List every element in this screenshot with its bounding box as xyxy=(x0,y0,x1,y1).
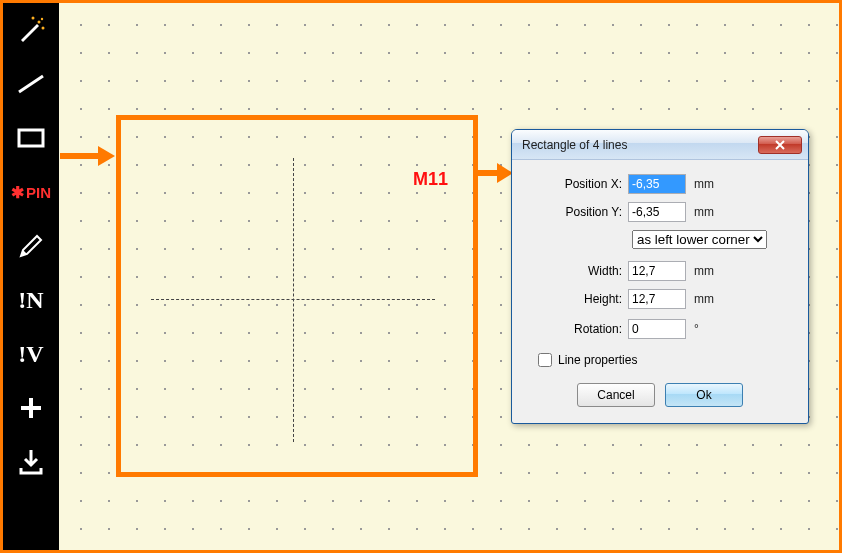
magic-wand-tool[interactable] xyxy=(3,3,59,57)
download-tool[interactable] xyxy=(3,435,59,489)
unit-mm: mm xyxy=(694,205,714,219)
unit-mm: mm xyxy=(694,292,714,306)
height-label: Height: xyxy=(532,292,628,306)
height-input[interactable] xyxy=(628,289,686,309)
line-icon xyxy=(15,68,47,100)
rotation-label: Rotation: xyxy=(532,322,628,336)
svg-point-2 xyxy=(42,27,45,30)
svg-point-0 xyxy=(38,21,41,24)
line-properties-label: Line properties xyxy=(558,353,637,367)
crosshair-vertical xyxy=(293,158,294,442)
dialog-titlebar[interactable]: Rectangle of 4 lines xyxy=(512,130,808,160)
rectangle-icon xyxy=(15,122,47,154)
anchor-select[interactable]: as left lower corner xyxy=(632,230,767,249)
rectangle-properties-dialog: Rectangle of 4 lines Position X: mm Posi… xyxy=(511,129,809,424)
unit-degree: ° xyxy=(694,322,699,336)
pin-tool[interactable]: ✱PIN xyxy=(3,165,59,219)
magic-wand-icon xyxy=(15,14,47,46)
vertical-toolbar: ✱PIN !N !V xyxy=(3,3,59,550)
width-input[interactable] xyxy=(628,261,686,281)
plus-tool[interactable] xyxy=(3,381,59,435)
dialog-title: Rectangle of 4 lines xyxy=(522,138,758,152)
position-y-label: Position Y: xyxy=(532,205,628,219)
ok-button[interactable]: Ok xyxy=(665,383,743,407)
annotation-label: M11 xyxy=(413,169,448,190)
download-icon xyxy=(15,446,47,478)
position-x-input[interactable] xyxy=(628,174,686,194)
rectangle-tool[interactable] xyxy=(3,111,59,165)
close-icon xyxy=(774,140,786,150)
width-label: Width: xyxy=(532,264,628,278)
arrow-tool-to-canvas xyxy=(60,141,116,171)
svg-point-1 xyxy=(32,17,35,20)
pencil-icon xyxy=(15,230,47,262)
svg-rect-4 xyxy=(19,130,43,146)
line-properties-checkbox[interactable] xyxy=(538,353,552,367)
pin-icon: ✱PIN xyxy=(11,183,51,202)
unit-mm: mm xyxy=(694,177,714,191)
position-y-input[interactable] xyxy=(628,202,686,222)
line-tool[interactable] xyxy=(3,57,59,111)
close-button[interactable] xyxy=(758,136,802,154)
cancel-button[interactable]: Cancel xyxy=(577,383,655,407)
rotation-input[interactable] xyxy=(628,319,686,339)
position-x-label: Position X: xyxy=(532,177,628,191)
crosshair-horizontal xyxy=(151,299,435,300)
in-label-tool[interactable]: !N xyxy=(3,273,59,327)
plus-icon xyxy=(15,392,47,424)
svg-point-3 xyxy=(41,18,43,20)
pencil-tool[interactable] xyxy=(3,219,59,273)
arrow-canvas-to-dialog xyxy=(477,158,513,188)
unit-mm: mm xyxy=(694,264,714,278)
iv-label-tool[interactable]: !V xyxy=(3,327,59,381)
